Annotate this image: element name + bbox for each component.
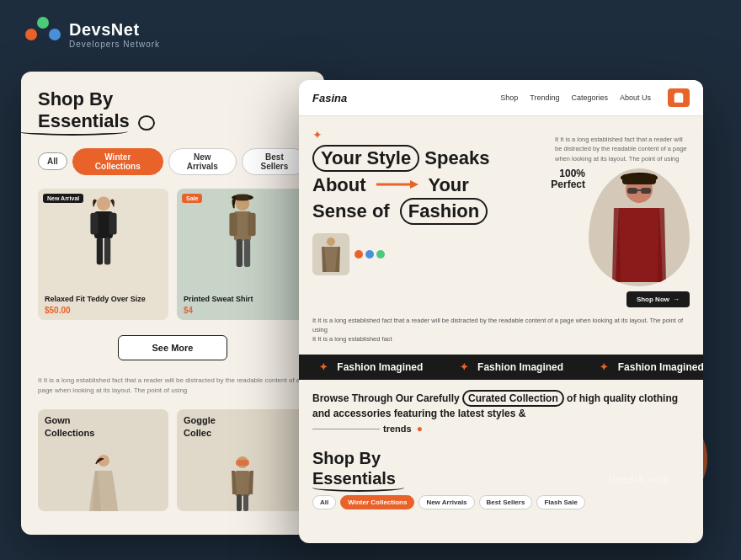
- hero-left: ✦ Your Style Speaks About Your: [312, 128, 542, 307]
- filter-winter[interactable]: Winter Collections: [72, 148, 163, 175]
- color-dot-blue[interactable]: [365, 250, 374, 259]
- gown-card-2: GoggleCollec: [177, 409, 307, 511]
- bottom-filter-flash[interactable]: Flash Sale: [536, 495, 585, 509]
- cart-icon: [673, 92, 685, 104]
- hero-model-area: 100%Perfect: [551, 168, 690, 286]
- hero-desc-right: It It is a long established fact that a …: [555, 135, 690, 163]
- hero-product-thumb: [312, 233, 349, 275]
- speaks-word: Speaks: [424, 147, 489, 168]
- svg-rect-20: [236, 460, 249, 466]
- browse-dot: ●: [417, 423, 423, 435]
- logo-dots: [25, 17, 61, 52]
- browse-subtitle: trends: [383, 424, 412, 434]
- front-hero: ✦ Your Style Speaks About Your: [299, 116, 703, 312]
- dot-orange: [25, 29, 37, 40]
- product-info-2: Printed Sweat Shirt $4: [177, 290, 307, 321]
- about-text: About: [312, 174, 366, 195]
- svg-rect-18: [237, 494, 242, 511]
- marquee-item-2: ✦ Fashion Imagined: [453, 361, 563, 373]
- product-badge-1: New Arrival: [43, 194, 83, 203]
- diamond-1: ✦: [319, 361, 328, 373]
- hero-desc-main: It It is a long established fact that a …: [312, 317, 683, 333]
- svg-point-0: [139, 116, 154, 130]
- marquee-inner: ✦ Fashion Imagined ✦ Fashion Imagined ✦ …: [299, 361, 703, 373]
- svg-rect-6: [104, 237, 109, 264]
- svg-rect-11: [236, 239, 242, 267]
- nav-shop[interactable]: Shop: [500, 93, 518, 102]
- goggle-figure: [221, 452, 264, 511]
- marquee-text-3: Fashion Imagined: [618, 361, 703, 373]
- svg-rect-14: [236, 195, 248, 200]
- browse-title: Browse Through Our Carefully Curated Col…: [312, 390, 690, 422]
- marquee-text-1: Fashion Imagined: [337, 361, 423, 373]
- gown-img-1: [38, 444, 168, 511]
- perfect-badge: 100%Perfect: [551, 168, 589, 190]
- back-card: Shop By Essentials All Winter Collection…: [21, 72, 324, 535]
- gown-img-2: [177, 444, 307, 511]
- hero-tagline-line2: About Your: [312, 173, 542, 197]
- sense-of-text: Sense of: [312, 200, 390, 221]
- browse-highlight: Curated Collection: [462, 390, 564, 408]
- filter-best-sellers[interactable]: Best Sellers: [242, 148, 307, 175]
- gown-title-1: GownCollections: [38, 409, 168, 444]
- filter-all[interactable]: All: [38, 152, 67, 170]
- diamond-3: ✦: [600, 361, 608, 373]
- gown-figure: [83, 452, 125, 511]
- front-logo: Fasina: [312, 92, 347, 104]
- logo-text: DevsNet Developers Network: [69, 20, 160, 49]
- filter-new-arrivals[interactable]: New Arrivals: [168, 148, 237, 175]
- gown-section: GownCollections GoggleCollec: [21, 403, 324, 511]
- shop-now-button[interactable]: Shop Now →: [626, 291, 690, 307]
- product-card-1: New Arrival Relaxed Fit Teddy Over Size: [38, 189, 168, 321]
- bottom-shop-title: Shop By Essentials: [299, 441, 703, 492]
- bottom-filter-best[interactable]: Best Sellers: [479, 495, 533, 509]
- browse-title-start: Browse Through Our Carefully: [312, 392, 460, 404]
- nav-trending[interactable]: Trending: [530, 93, 559, 102]
- color-dot-green[interactable]: [376, 250, 385, 259]
- bottom-filter-all[interactable]: All: [312, 495, 336, 509]
- fashion-text: Fashion: [400, 198, 488, 225]
- svg-rect-12: [243, 239, 249, 267]
- arrow-icon: [376, 178, 418, 191]
- gown-card-1: GownCollections: [38, 409, 168, 511]
- browse-subtitle-row: trends ●: [312, 423, 690, 435]
- svg-rect-5: [96, 237, 102, 264]
- hero-right: It It is a long established fact that a …: [551, 128, 690, 307]
- svg-marker-23: [410, 180, 418, 189]
- bottom-title-line1: Shop By: [312, 449, 381, 467]
- svg-rect-4: [109, 213, 116, 235]
- front-navbar: Fasina Shop Trending Categories About Us: [299, 80, 703, 116]
- bottom-filter-row: All Winter Collections New Arrivals Best…: [299, 492, 703, 513]
- hero-extra-desc: It It is a long established fact that a …: [299, 312, 703, 348]
- hero-model-image: [589, 168, 690, 286]
- marquee-band: ✦ Fashion Imagined ✦ Fashion Imagined ✦ …: [299, 355, 703, 380]
- watermark: freepik.com: [608, 474, 669, 484]
- shop-now-arrow: →: [673, 296, 680, 303]
- curve-decoration: [138, 115, 155, 131]
- see-more-button[interactable]: See More: [118, 335, 228, 360]
- devsnet-logo: DevsNet Developers Network: [25, 17, 160, 52]
- nav-categories[interactable]: Categories: [571, 93, 608, 102]
- bottom-filter-new[interactable]: New Arrivals: [418, 495, 474, 509]
- dot-green: [37, 17, 49, 29]
- svg-rect-29: [641, 188, 651, 194]
- brand-subtitle: Developers Network: [69, 40, 160, 49]
- back-products-row: New Arrival Relaxed Fit Teddy Over Size: [21, 182, 324, 328]
- nav-about[interactable]: About Us: [620, 93, 651, 102]
- product-info-1: Relaxed Fit Teddy Over Size $50.00: [38, 290, 168, 321]
- fashion-figure-1: [74, 193, 133, 285]
- bottom-filter-winter[interactable]: Winter Collections: [340, 495, 414, 509]
- product-card-2: Sale Printed Sweat Shirt $4: [177, 189, 307, 321]
- brand-name: DevsNet: [69, 20, 160, 40]
- color-dot-orange[interactable]: [355, 250, 363, 259]
- svg-rect-19: [243, 494, 248, 511]
- cart-button[interactable]: [668, 88, 690, 107]
- marquee-text-2: Fashion Imagined: [477, 361, 563, 373]
- thumb-figure: [318, 237, 344, 272]
- back-filter-row: All Winter Collections New Arrivals Best…: [21, 141, 324, 182]
- hero-tagline-line3: Sense of Fashion: [312, 198, 542, 225]
- your-text: Your: [428, 174, 468, 195]
- back-description: It It is a long established fact that a …: [21, 369, 324, 403]
- model-figure: [597, 173, 681, 282]
- svg-rect-3: [90, 213, 98, 235]
